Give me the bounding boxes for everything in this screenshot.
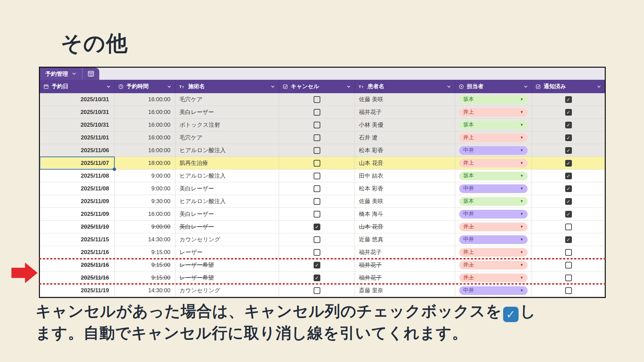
time-cell[interactable]: 9:15:00 [115,272,175,284]
treatment-cell[interactable]: レーザー希望 [175,259,279,272]
date-cell[interactable]: 2025/11/16 [40,272,115,284]
staff-cell[interactable]: 井上▼ [455,157,532,170]
date-cell[interactable]: 2025/11/08 [40,170,115,182]
staff-cell[interactable]: 中井▼ [455,284,532,297]
notified-checkbox[interactable] [565,287,572,294]
patient-cell[interactable]: 石井 遼 [355,131,455,144]
treatment-cell[interactable]: 美白レーザー [175,182,279,195]
treatment-cell[interactable]: ボトックス注射 [175,119,279,131]
date-cell[interactable]: 2025/11/01 [40,131,115,144]
time-cell[interactable]: 9:00:00 [115,182,175,195]
patient-cell[interactable]: 福井花子 [355,246,455,259]
chevron-down-icon[interactable] [167,84,172,89]
patient-cell[interactable]: 福井花子 [355,272,455,284]
cancel-cell[interactable] [279,221,355,233]
date-cell[interactable]: 2025/11/06 [40,144,115,157]
cancel-checkbox[interactable] [314,96,320,103]
time-cell[interactable]: 18:00:00 [115,157,175,170]
staff-select[interactable]: 中井▼ [459,286,528,295]
notified-cell[interactable] [532,144,605,157]
cancel-cell[interactable] [279,195,355,208]
cancel-checkbox[interactable] [314,275,320,281]
notified-checkbox[interactable] [565,96,572,103]
time-cell[interactable]: 14:30:00 [115,233,175,246]
staff-cell[interactable]: 坂本▼ [455,119,532,131]
column-header-notified[interactable]: 通知済み [532,80,605,93]
notified-checkbox[interactable] [565,173,572,179]
time-cell[interactable]: 9:00:00 [115,170,175,182]
staff-select[interactable]: 中井▼ [459,184,528,193]
notified-checkbox[interactable] [565,134,572,141]
cancel-cell[interactable] [279,246,355,259]
cancel-cell[interactable] [279,182,355,195]
staff-select[interactable]: 井上▼ [459,261,528,269]
date-cell[interactable]: 2025/10/31 [40,106,115,119]
treatment-cell[interactable]: ヒアルロン酸注入 [175,195,279,208]
patient-cell[interactable]: 橋本 海斗 [355,208,455,221]
date-cell[interactable]: 2025/11/08 [40,182,115,195]
date-cell[interactable]: 2025/11/19 [40,284,115,297]
cancel-checkbox[interactable] [314,134,320,141]
notified-checkbox[interactable] [565,275,572,281]
column-header-staff[interactable]: 担当者 [455,80,532,93]
cancel-checkbox[interactable] [314,173,320,179]
cancel-checkbox[interactable] [314,109,320,116]
staff-cell[interactable]: 井上▼ [455,221,532,233]
cancel-checkbox[interactable] [314,185,320,192]
treatment-cell[interactable]: レーザー [175,246,279,259]
notified-checkbox[interactable] [565,236,572,243]
time-cell[interactable]: 9:00:00 [115,221,175,233]
notified-cell[interactable] [532,208,605,221]
notified-cell[interactable] [532,119,605,131]
cancel-checkbox[interactable] [314,262,320,268]
cancel-cell[interactable] [279,233,355,246]
treatment-cell[interactable]: 美白レーザー [175,208,279,221]
cancel-checkbox[interactable] [314,287,320,294]
date-cell[interactable]: 2025/10/31 [40,119,115,131]
staff-select[interactable]: 井上▼ [459,274,528,282]
cancel-cell[interactable] [279,93,355,106]
time-cell[interactable]: 9:30:00 [115,195,175,208]
notified-checkbox[interactable] [565,147,572,154]
staff-cell[interactable]: 中井▼ [455,182,532,195]
cancel-cell[interactable] [279,284,355,297]
date-cell[interactable]: 2025/11/16 [40,246,115,259]
time-cell[interactable]: 9:15:00 [115,246,175,259]
notified-cell[interactable] [532,272,605,284]
cancel-checkbox[interactable] [314,211,320,218]
patient-cell[interactable]: 山本 花音 [355,157,455,170]
patient-cell[interactable]: 福井花子 [355,259,455,272]
patient-cell[interactable]: 松本 彩香 [355,144,455,157]
time-cell[interactable]: 16:00:00 [115,93,175,106]
notified-cell[interactable] [532,233,605,246]
patient-cell[interactable]: 松本 彩香 [355,182,455,195]
cancel-checkbox[interactable] [314,224,320,230]
cancel-cell[interactable] [279,272,355,284]
notified-checkbox[interactable] [565,262,572,268]
column-header-cancel[interactable]: キャンセル [279,80,355,93]
cancel-cell[interactable] [279,170,355,182]
notified-cell[interactable] [532,93,605,106]
notified-checkbox[interactable] [565,122,572,128]
chevron-down-icon[interactable] [270,84,275,89]
patient-cell[interactable]: 山本 花音 [355,221,455,233]
cancel-checkbox[interactable] [314,249,320,256]
cancel-checkbox[interactable] [314,236,320,243]
time-cell[interactable]: 16:00:00 [115,106,175,119]
notified-checkbox[interactable] [565,185,572,192]
chevron-down-icon[interactable] [523,84,528,89]
notified-checkbox[interactable] [565,211,572,218]
time-cell[interactable]: 9:15:00 [115,259,175,272]
notified-cell[interactable] [532,106,605,119]
cancel-cell[interactable] [279,259,355,272]
staff-select[interactable]: 井上▼ [459,223,528,231]
staff-select[interactable]: 中井▼ [459,146,528,155]
chevron-down-icon[interactable] [596,84,601,89]
treatment-cell[interactable]: レーザー希望 [175,272,279,284]
notified-cell[interactable] [532,259,605,272]
cancel-checkbox[interactable] [314,160,320,167]
treatment-cell[interactable]: カウンセリング [175,284,279,297]
treatment-cell[interactable]: ヒアルロン酸注入 [175,170,279,182]
staff-select[interactable]: 中井▼ [459,235,528,244]
date-cell[interactable]: 2025/11/16 [40,259,115,272]
